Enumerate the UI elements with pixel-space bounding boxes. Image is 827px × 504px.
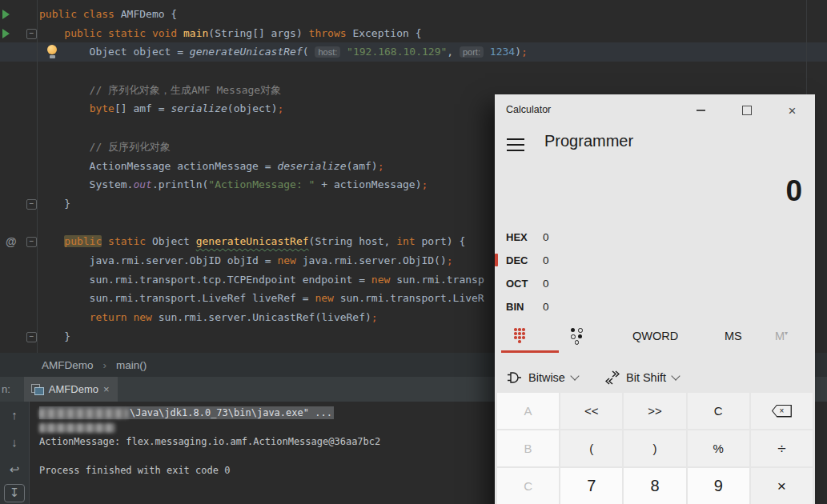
code-token: sun.rmi.server.UnicastRef(liveRef): [152, 311, 371, 323]
memory-store-button[interactable]: MS: [725, 330, 742, 342]
code-token: [] amf =: [114, 102, 171, 114]
console-toolbar: ↑ ↓ ↩ ↧: [0, 402, 30, 504]
run-button[interactable]: [2, 10, 10, 19]
close-tab-icon[interactable]: ×: [103, 383, 110, 395]
console-line: Process finished with exit code 0: [39, 463, 380, 478]
bit-shift-icon: [605, 370, 620, 385]
key-9[interactable]: 9: [688, 468, 749, 504]
memory-recall-button[interactable]: M▾: [775, 330, 788, 342]
maximize-button[interactable]: [724, 94, 769, 126]
full-keypad-toggle-icon[interactable]: [514, 328, 526, 344]
key-c[interactable]: C: [688, 393, 749, 429]
code-token: main: [183, 27, 208, 39]
minimize-button[interactable]: [678, 94, 724, 126]
bitshift-dropdown[interactable]: Bit Shift: [605, 364, 679, 391]
code-token: 1234: [484, 46, 515, 58]
code-token: (String host,: [309, 235, 397, 247]
calculator-display: 0: [785, 174, 802, 208]
redacted-path: [39, 423, 115, 433]
scroll-to-end-icon[interactable]: ↧: [4, 484, 25, 502]
code-token: generateUnicastRef: [190, 46, 303, 58]
active-radix-indicator: [495, 254, 498, 266]
code-token: }: [39, 198, 70, 210]
run-tab-amfdemo[interactable]: AMFDemo ×: [24, 377, 118, 402]
code-token: + actionMessage): [315, 178, 421, 190]
key-open-paren[interactable]: (: [560, 430, 622, 466]
code-token: "ActionMessage: ": [208, 178, 315, 190]
code-token: // 序列化对象，生成AMF Message对象: [39, 84, 281, 96]
key-b: B: [497, 430, 559, 466]
radix-row-hex[interactable]: HEX0: [495, 226, 815, 249]
code-token: Object: [152, 235, 196, 247]
code-token: Object object =: [39, 46, 190, 58]
bitwise-dropdown[interactable]: Bitwise: [507, 364, 578, 391]
code-token: ActionMessage actionMessage =: [39, 160, 277, 172]
radix-value: 0: [543, 231, 549, 243]
backspace-key[interactable]: ×: [751, 393, 813, 429]
code-token: [39, 311, 90, 323]
breadcrumb-separator-icon: ›: [103, 359, 107, 371]
code-token: generateUnicastRef: [196, 235, 309, 247]
run-tab-title: AMFDemo: [49, 383, 98, 395]
code-line: Object object = generateUnicastRef( host…: [0, 42, 827, 62]
key-8[interactable]: 8: [624, 468, 685, 504]
code-token: sun.rmi.transp: [390, 274, 484, 286]
radix-label: HEX: [506, 231, 543, 243]
fold-marker-icon[interactable]: −: [26, 29, 37, 39]
code-token: serialize: [171, 102, 227, 114]
key-close-paren[interactable]: ): [624, 430, 685, 466]
breadcrumb-item[interactable]: main(): [116, 359, 147, 371]
code-token: ): [515, 46, 521, 58]
fold-marker-icon[interactable]: −: [26, 199, 37, 210]
console-icon: [31, 384, 44, 395]
radix-row-bin[interactable]: BIN0: [495, 295, 815, 318]
parameter-hint: host:: [315, 46, 340, 58]
menu-hamburger-icon[interactable]: [507, 138, 524, 151]
radix-value: 0: [543, 278, 549, 290]
parameter-hint: port:: [460, 46, 484, 58]
run-button[interactable]: [2, 29, 10, 38]
soft-wrap-icon[interactable]: ↩: [7, 462, 22, 477]
code-token: static: [102, 235, 152, 247]
code-line: [0, 62, 827, 81]
down-arrow-icon[interactable]: ↓: [7, 435, 22, 450]
run-label: n:: [2, 383, 10, 395]
bit-toggling-keypad-icon[interactable]: [570, 327, 584, 345]
code-token: deserialize: [277, 160, 346, 172]
calculator-operator-row: Bitwise Bit Shift: [495, 364, 815, 391]
key-right-shift[interactable]: >>: [624, 393, 685, 429]
console-line: \Java\jdk1.8.0_73\bin\java.exe" ...: [39, 406, 380, 420]
calculator-mode-title: Programmer: [544, 132, 633, 150]
close-button[interactable]: ×: [769, 94, 815, 126]
up-arrow-icon[interactable]: ↑: [7, 408, 22, 422]
code-token: ;: [378, 160, 384, 172]
logic-gate-icon: [507, 371, 522, 384]
code-token: public static void: [64, 27, 183, 39]
key-percent[interactable]: %: [688, 430, 749, 466]
key-left-shift[interactable]: <<: [560, 393, 622, 429]
bulb-base: [50, 55, 55, 58]
key-multiply[interactable]: ×: [751, 468, 813, 504]
screen: public class AMFDemo { public static voi…: [0, 0, 827, 504]
fold-marker-icon[interactable]: −: [26, 332, 37, 342]
radix-row-dec[interactable]: DEC0: [495, 249, 815, 272]
code-token: [39, 235, 64, 247]
radix-value: 0: [543, 301, 549, 313]
fold-marker-icon[interactable]: −: [26, 237, 37, 247]
key-divide[interactable]: ÷: [751, 430, 813, 466]
chevron-down-icon: [570, 371, 579, 380]
close-icon: ×: [789, 104, 797, 118]
intention-bulb-icon[interactable]: [47, 45, 58, 58]
radix-row-oct[interactable]: OCT0: [495, 272, 815, 295]
backspace-x: ×: [773, 406, 790, 416]
calculator-titlebar[interactable]: Calculator ×: [495, 94, 815, 126]
code-token: .println(: [152, 178, 208, 190]
redacted-path: [39, 409, 128, 418]
breadcrumb-item[interactable]: AMFDemo: [42, 359, 94, 371]
radix-value: 0: [543, 254, 549, 266]
key-7[interactable]: 7: [560, 468, 622, 504]
code-token: new: [371, 274, 390, 286]
code-token: byte: [90, 102, 114, 114]
word-size-button[interactable]: QWORD: [632, 330, 678, 342]
code-token: ;: [421, 178, 428, 190]
